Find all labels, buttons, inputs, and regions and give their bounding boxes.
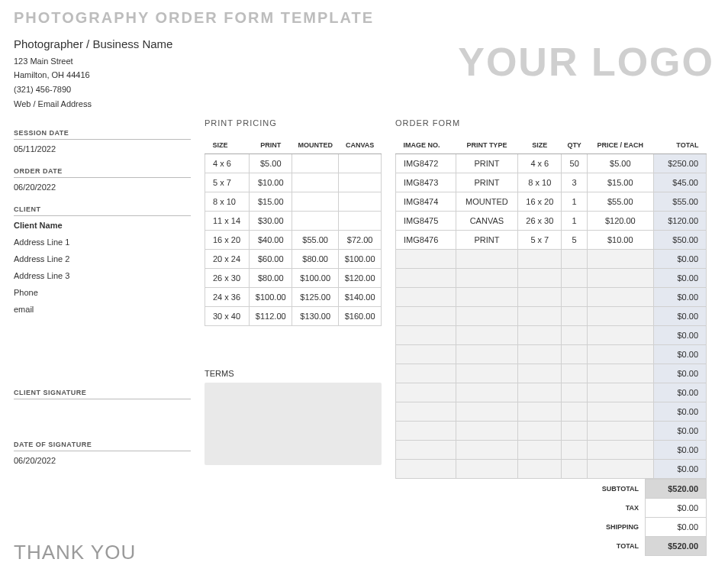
client-email: email: [14, 300, 191, 317]
order-cell-total: $0.00: [653, 460, 706, 479]
pricing-cell-mounted: $100.00: [292, 269, 339, 288]
order-cell-price: $10.00: [587, 231, 653, 250]
order-cell-price: [587, 402, 653, 422]
pricing-section: PRINT PRICING SIZE PRINT MOUNTED CANVAS …: [205, 118, 382, 556]
order-cell-type: [456, 441, 518, 460]
order-row: IMG8474MOUNTED16 x 201$55.00$55.00: [396, 192, 707, 212]
client-phone: Phone: [14, 283, 191, 300]
order-cell-img: [396, 441, 456, 460]
order-cell-img: IMG8475: [396, 212, 456, 231]
pricing-cell-canvas: [339, 154, 382, 173]
order-cell-qty: 3: [562, 173, 588, 192]
pricing-cell-canvas: $100.00: [339, 250, 382, 269]
shipping-label: SHIPPING: [395, 518, 646, 537]
business-addr1: 123 Main Street: [14, 54, 172, 69]
order-cell-total: $0.00: [653, 383, 706, 402]
pricing-row: 8 x 10$15.00: [205, 192, 382, 212]
session-date-value: 05/11/2022: [14, 140, 191, 157]
pricing-cell-size: 5 x 7: [205, 173, 250, 192]
order-cell-img: [396, 460, 456, 479]
pricing-cell-mounted: $80.00: [292, 250, 339, 269]
pricing-cell-canvas: $72.00: [339, 231, 382, 250]
order-cell-qty: [562, 364, 588, 383]
client-label: CLIENT: [14, 195, 191, 216]
client-signature-label: CLIENT SIGNATURE: [14, 378, 191, 399]
order-cell-qty: [562, 326, 588, 345]
pricing-cell-mounted: [292, 192, 339, 212]
pricing-row: 16 x 20$40.00$55.00$72.00: [205, 231, 382, 250]
order-cell-qty: [562, 345, 588, 364]
order-row: IMG8472PRINT4 x 650$5.00$250.00: [396, 154, 707, 173]
order-cell-type: MOUNTED: [456, 192, 518, 212]
order-date-label: ORDER DATE: [14, 157, 191, 178]
subtotal-label: SUBTOTAL: [395, 480, 646, 499]
order-col-type: PRINT TYPE: [456, 137, 518, 154]
order-cell-img: [396, 307, 456, 326]
page-title: PHOTOGRAPHY ORDER FORM TEMPLATE: [14, 9, 714, 27]
order-cell-price: [587, 345, 653, 364]
order-cell-img: [396, 422, 456, 441]
client-addr2: Address Line 2: [14, 250, 191, 267]
order-cell-img: [396, 250, 456, 269]
pricing-cell-mounted: [292, 173, 339, 192]
order-cell-size: [518, 250, 562, 269]
order-cell-img: [396, 345, 456, 364]
order-cell-price: [587, 383, 653, 402]
order-cell-qty: 50: [562, 154, 588, 173]
order-cell-size: [518, 383, 562, 402]
order-cell-qty: [562, 307, 588, 326]
pricing-row: 24 x 36$100.00$125.00$140.00: [205, 288, 382, 307]
order-cell-qty: [562, 422, 588, 441]
pricing-cell-size: 16 x 20: [205, 231, 250, 250]
logo-placeholder: YOUR LOGO: [458, 42, 714, 82]
order-row: $0.00: [396, 460, 707, 479]
order-cell-price: [587, 269, 653, 288]
order-cell-total: $45.00: [653, 173, 706, 192]
order-cell-img: [396, 288, 456, 307]
pricing-col-size: SIZE: [205, 137, 250, 154]
order-row: $0.00: [396, 364, 707, 383]
order-cell-price: [587, 422, 653, 441]
business-name: Photographer / Business Name: [14, 34, 172, 54]
order-cell-img: [396, 402, 456, 422]
order-cell-img: IMG8473: [396, 173, 456, 192]
order-cell-total: $120.00: [653, 212, 706, 231]
tax-value: $0.00: [646, 499, 707, 518]
order-cell-size: 5 x 7: [518, 231, 562, 250]
order-cell-qty: [562, 269, 588, 288]
order-cell-total: $0.00: [653, 441, 706, 460]
pricing-cell-print: $10.00: [250, 173, 292, 192]
order-cell-type: [456, 307, 518, 326]
order-cell-size: [518, 422, 562, 441]
pricing-row: 20 x 24$60.00$80.00$100.00: [205, 250, 382, 269]
order-cell-size: 26 x 30: [518, 212, 562, 231]
order-cell-price: [587, 460, 653, 479]
order-cell-size: [518, 288, 562, 307]
pricing-cell-mounted: $55.00: [292, 231, 339, 250]
order-cell-type: PRINT: [456, 154, 518, 173]
pricing-cell-print: $80.00: [250, 269, 292, 288]
order-cell-type: [456, 422, 518, 441]
pricing-row: 4 x 6$5.00: [205, 154, 382, 173]
terms-box: [205, 383, 382, 465]
order-cell-price: [587, 326, 653, 345]
order-row: IMG8475CANVAS26 x 301$120.00$120.00: [396, 212, 707, 231]
order-cell-total: $0.00: [653, 307, 706, 326]
order-date-value: 06/20/2022: [14, 178, 191, 195]
order-cell-qty: [562, 383, 588, 402]
order-cell-type: [456, 250, 518, 269]
order-row: $0.00: [396, 250, 707, 269]
order-table: IMAGE NO. PRINT TYPE SIZE QTY PRICE / EA…: [395, 137, 707, 479]
pricing-cell-mounted: [292, 154, 339, 173]
pricing-cell-canvas: $120.00: [339, 269, 382, 288]
order-cell-img: [396, 326, 456, 345]
pricing-cell-print: $100.00: [250, 288, 292, 307]
pricing-cell-size: 26 x 30: [205, 269, 250, 288]
order-cell-total: $50.00: [653, 231, 706, 250]
date-signature-value: 06/20/2022: [14, 451, 191, 468]
pricing-col-canvas: CANVAS: [339, 137, 382, 154]
date-signature-label: DATE OF SIGNATURE: [14, 430, 191, 451]
order-cell-type: CANVAS: [456, 212, 518, 231]
order-cell-img: [396, 383, 456, 402]
order-col-size: SIZE: [518, 137, 562, 154]
